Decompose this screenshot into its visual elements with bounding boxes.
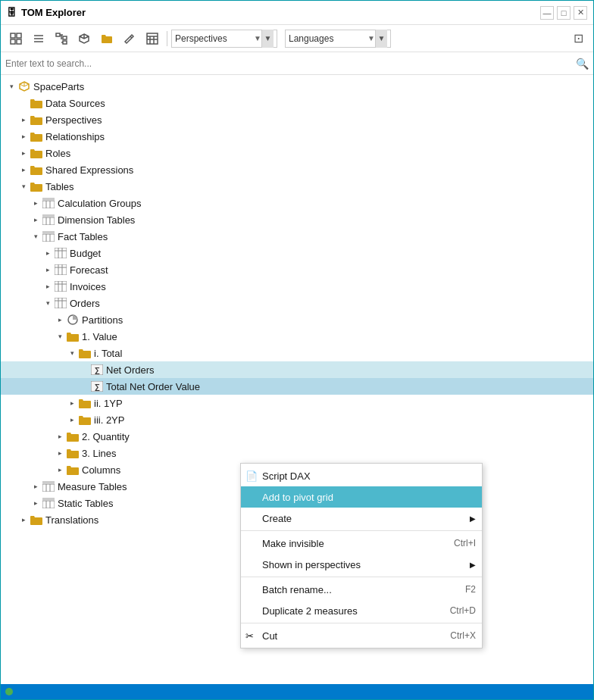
- tree-item-3lines[interactable]: ▸ 3. Lines: [1, 445, 593, 461]
- grid-view-button[interactable]: [5, 29, 27, 48]
- perspectives-pin[interactable]: ▼: [261, 30, 274, 48]
- ctx-duplicate-measures[interactable]: Duplicate 2 measures Ctrl+D: [241, 600, 482, 621]
- expand-calculationgroups[interactable]: ▸: [30, 197, 42, 209]
- tree-item-tables[interactable]: ▾ Tables: [1, 178, 593, 195]
- languages-arrow: ▼: [367, 34, 375, 42]
- svg-rect-64: [42, 498, 55, 501]
- expand-columns[interactable]: ▸: [54, 464, 66, 476]
- expand-orders[interactable]: ▾: [42, 297, 54, 309]
- ctx-script-dax-label: Script DAX: [262, 470, 311, 482]
- tree-item-budget[interactable]: ▸ Budget: [1, 245, 593, 261]
- tree-item-iii2yp[interactable]: ▸ iii. 2YP: [1, 411, 593, 428]
- ctx-add-pivot-grid[interactable]: Add to pivot grid: [241, 486, 482, 508]
- expand-statictables[interactable]: ▸: [30, 497, 42, 509]
- 3lines-folder-icon: [66, 446, 80, 460]
- tree-item-partitions[interactable]: ▸ Partitions: [1, 311, 593, 328]
- tree-item-spaceParts[interactable]: ▾ SpaceParts: [1, 78, 593, 95]
- datasources-label: Data Sources: [45, 98, 105, 109]
- expand-itotal[interactable]: ▾: [66, 347, 78, 359]
- tree-item-datasources[interactable]: Data Sources: [1, 95, 593, 111]
- svg-text:∑: ∑: [94, 383, 99, 392]
- languages-dropdown[interactable]: Languages ▼ ▼: [285, 30, 391, 48]
- tree-item-forecast[interactable]: ▸ Forecast: [1, 261, 593, 278]
- cube-button[interactable]: [73, 29, 95, 48]
- status-bar: [1, 684, 593, 699]
- tree-item-2quantity[interactable]: ▸ 2. Quantity: [1, 428, 593, 445]
- budget-label: Budget: [70, 248, 101, 259]
- forecast-label: Forecast: [70, 264, 108, 276]
- svg-rect-14: [147, 33, 158, 44]
- status-indicator: [5, 688, 13, 695]
- tree-item-calculationgroups[interactable]: ▸ Calculation Groups: [1, 195, 593, 211]
- netorders-measure-icon: ∑: [90, 363, 104, 377]
- ctx-cut[interactable]: ✂ Cut Ctrl+X: [241, 625, 482, 646]
- perspectives-dropdown[interactable]: Perspectives ▼ ▼: [171, 30, 277, 48]
- expand-facttables[interactable]: ▾: [30, 230, 42, 242]
- expand-dimensiontables[interactable]: ▸: [30, 214, 42, 226]
- tree-item-dimensiontables[interactable]: ▸ Dimension Tables: [1, 211, 593, 228]
- tree-item-totalnetordervalue[interactable]: ∑ Total Net Order Value: [1, 378, 593, 395]
- edit-button[interactable]: [119, 29, 140, 48]
- spaceParts-icon: [17, 80, 31, 93]
- ctx-create-arrow: ▶: [470, 514, 476, 523]
- window-icon: 🗄: [7, 7, 17, 18]
- ctx-create[interactable]: Create ▶: [241, 508, 482, 529]
- orders-label: Orders: [70, 298, 100, 309]
- ctx-script-dax[interactable]: 📄 Script DAX: [241, 465, 482, 486]
- ctx-shown-perspectives-arrow: ▶: [470, 561, 476, 569]
- languages-pin[interactable]: ▼: [375, 30, 387, 48]
- tree-item-roles[interactable]: ▸ Roles: [1, 145, 593, 161]
- svg-rect-28: [42, 214, 55, 217]
- facttables-label: Fact Tables: [58, 231, 108, 242]
- tree-item-invoices[interactable]: ▸ Invoices: [1, 278, 593, 295]
- main-window: 🗄 TOM Explorer — □ ✕: [0, 0, 594, 700]
- tree-item-ii1yp[interactable]: ▸ ii. 1YP: [1, 395, 593, 411]
- search-input[interactable]: [5, 58, 576, 69]
- minimize-button[interactable]: —: [540, 6, 554, 20]
- ctx-batch-rename[interactable]: Batch rename... F2: [241, 579, 482, 600]
- expand-roles[interactable]: ▸: [17, 147, 30, 159]
- list-view-button[interactable]: [28, 29, 49, 48]
- expand-iii2yp[interactable]: ▸: [66, 414, 78, 426]
- expand-budget[interactable]: ▸: [42, 247, 54, 259]
- ctx-make-invisible[interactable]: Make invisible Ctrl+I: [241, 533, 482, 554]
- forecast-icon: [54, 263, 67, 277]
- expand-translations[interactable]: ▸: [17, 514, 30, 526]
- expand-ii1yp[interactable]: ▸: [66, 397, 78, 409]
- close-button[interactable]: ✕: [574, 6, 587, 20]
- expand-perspectives[interactable]: ▸: [17, 114, 30, 126]
- dock-button[interactable]: ⊡: [567, 29, 589, 48]
- tree-item-perspectives[interactable]: ▸ Perspectives: [1, 111, 593, 128]
- tree-item-sharedexpressions[interactable]: ▸ Shared Expressions: [1, 161, 593, 178]
- tree-item-orders[interactable]: ▾ Orders: [1, 295, 593, 311]
- expand-invoices[interactable]: ▸: [42, 280, 54, 292]
- hierarchy-button[interactable]: [51, 29, 72, 48]
- maximize-button[interactable]: □: [557, 6, 571, 20]
- expand-sharedexpressions[interactable]: ▸: [17, 164, 30, 176]
- ctx-shown-perspectives[interactable]: Shown in perspectives ▶: [241, 554, 482, 575]
- tree-item-relationships[interactable]: ▸ Relationships: [1, 128, 593, 145]
- translations-folder-icon: [30, 513, 43, 527]
- tree-item-1value[interactable]: ▾ 1. Value: [1, 328, 593, 345]
- spaceParts-label: SpaceParts: [33, 81, 84, 92]
- expand-2quantity[interactable]: ▸: [54, 430, 66, 442]
- expand-partitions[interactable]: ▸: [54, 314, 66, 326]
- budget-icon: [54, 246, 67, 260]
- expand-measuretables[interactable]: ▸: [30, 480, 42, 492]
- expand-spaceParts[interactable]: ▾: [5, 80, 17, 92]
- tree-item-facttables[interactable]: ▾ Fact Tables: [1, 228, 593, 245]
- 1value-folder-icon: [66, 330, 80, 343]
- expand-3lines[interactable]: ▸: [54, 447, 66, 459]
- table-view-button[interactable]: [142, 29, 163, 48]
- expand-forecast[interactable]: ▸: [42, 264, 54, 276]
- ctx-duplicate-measures-label: Duplicate 2 measures: [262, 605, 358, 617]
- expand-relationships[interactable]: ▸: [17, 130, 30, 142]
- expand-tables[interactable]: ▾: [17, 180, 30, 192]
- svg-rect-38: [55, 264, 67, 275]
- folder-open-button[interactable]: [96, 29, 117, 48]
- columns-label: Columns: [82, 464, 120, 476]
- expand-1value[interactable]: ▾: [54, 330, 66, 342]
- tree-item-itotal[interactable]: ▾ i. Total: [1, 345, 593, 361]
- tree-item-netorders[interactable]: ∑ Net Orders: [1, 361, 593, 378]
- sharedexpressions-folder-icon: [30, 163, 43, 177]
